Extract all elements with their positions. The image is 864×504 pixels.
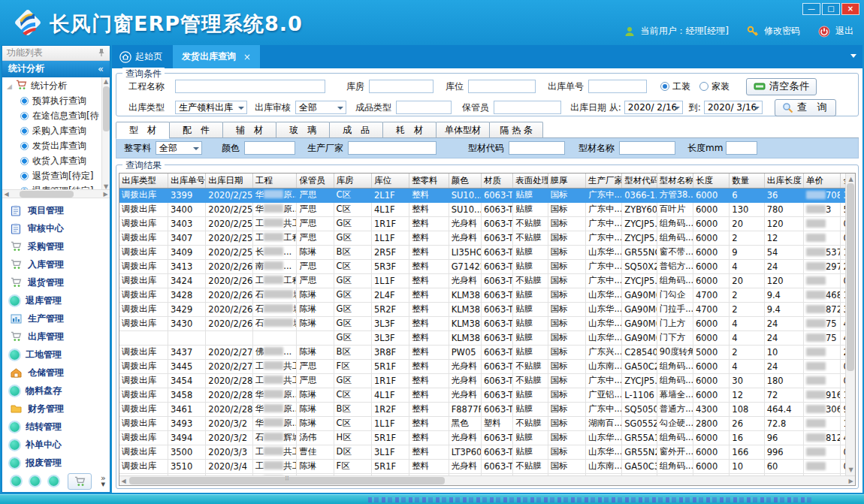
sidebar-item-结转管理[interactable]: 结转管理 xyxy=(2,418,110,436)
sidebar-item-生产管理[interactable]: 生产管理 xyxy=(2,309,110,327)
scroll-up-icon[interactable]: ▲ xyxy=(102,77,110,86)
table-row[interactable]: 调拨出库34282020/2/26石城陈琳G区2L4F整料KLM38176063… xyxy=(119,288,845,302)
sidebar-item-审核中心[interactable]: 审核中心 xyxy=(2,219,110,237)
column-header[interactable]: 表面处理 xyxy=(513,174,548,188)
column-header[interactable]: 出库类型 xyxy=(119,174,168,188)
table-row[interactable]: 调拨出库34092020/2/25长...陈琳B区2R5F整料LI35HO606… xyxy=(119,245,845,259)
profile-name-input[interactable] xyxy=(619,141,675,155)
search-button[interactable]: 查 询 xyxy=(775,99,836,116)
column-header[interactable]: 型材名称 xyxy=(657,174,693,188)
cart-shortcut-button[interactable] xyxy=(68,473,92,490)
material-tab-玻璃[interactable]: 玻 璃 xyxy=(276,122,330,138)
tree-item[interactable]: 采购入库查询 xyxy=(7,124,110,139)
pin-icon[interactable] xyxy=(98,48,105,57)
table-row[interactable]: 调拨出库35002020/3/3工共工程曹佳D区3L1F整料LT3P606063… xyxy=(119,445,845,459)
tree-root-statistics[interactable]: ◢统计分析 xyxy=(7,79,110,94)
column-header[interactable]: 长度 xyxy=(693,174,729,188)
tree-item[interactable]: 收货入库查询 xyxy=(7,154,110,169)
table-row[interactable]: G区3L3F整料KLM38176063-T5贴膜国标山东华...GA90M09.… xyxy=(119,330,845,345)
clear-conditions-button[interactable]: 清空条件 xyxy=(746,78,817,95)
sidebar-item-补单中心[interactable]: 补单中心 xyxy=(2,436,110,454)
column-header[interactable]: 生产厂家 xyxy=(585,174,621,188)
warehouse-input[interactable] xyxy=(369,80,434,93)
table-row[interactable]: 调拨出库35102020/3/4工共工程陈琳F区5R1F整料光身料6063-T5… xyxy=(119,459,845,473)
date-from-picker[interactable]: 2020/ 2/16 xyxy=(624,101,683,114)
tree-item[interactable]: 退货查询[待定] xyxy=(7,169,110,184)
table-row[interactable]: 调拨出库34542020/2/28工共工程严思G区1R1F整料光身料6063-T… xyxy=(119,373,845,388)
section-header-statistics[interactable]: 统计分析 « xyxy=(2,61,110,77)
grid-vertical-scrollbar[interactable]: ▲ ▼ xyxy=(845,174,855,475)
column-header[interactable]: 出库日期 xyxy=(206,174,252,188)
sidebar-item-报废管理[interactable]: 报废管理 xyxy=(2,454,110,472)
scroll-up-icon[interactable]: ▲ xyxy=(846,175,855,183)
column-header[interactable]: 膜厚 xyxy=(548,174,585,188)
out-type-select[interactable]: 生产领料出库 xyxy=(175,101,247,114)
table-row[interactable]: 调拨出库34372020/2/27佛...陈琳B区3R8F整料PW056063-… xyxy=(119,345,845,359)
column-header[interactable]: 数量 xyxy=(730,174,764,188)
location-input[interactable] xyxy=(468,80,536,93)
tree-item[interactable]: 发货出库查询 xyxy=(7,139,110,154)
material-tab-单体型材[interactable]: 单体型材 xyxy=(436,122,490,138)
tree-horizontal-scrollbar[interactable]: ◀ ▶ xyxy=(2,189,110,198)
table-row[interactable]: 调拨出库34132020/2/26南...严思C区5R3F整料G71422606… xyxy=(119,259,845,273)
table-row[interactable]: 调拨出库34242020/2/26工工程严思G区1L1F整料光身料6063-T5… xyxy=(119,273,845,288)
audit-select[interactable]: 全部 xyxy=(295,101,346,114)
radio-jiazhuang[interactable]: 家装 xyxy=(699,80,730,93)
tab-home[interactable]: 起始页 xyxy=(112,45,173,68)
scroll-right-icon[interactable]: ▶ xyxy=(101,191,110,198)
date-to-picker[interactable]: 2020/ 3/16 xyxy=(704,101,763,114)
sidebar-item-财务管理[interactable]: 财务管理 xyxy=(2,400,110,418)
column-header[interactable]: 材质 xyxy=(481,174,512,188)
sidebar-item-出库管理[interactable]: 出库管理 xyxy=(2,327,110,346)
product-type-input[interactable] xyxy=(396,101,452,114)
table-row[interactable]: 调拨出库33992020/2/25华原...严思C区2L1F整料SU10...6… xyxy=(119,188,845,202)
tree-vertical-scrollbar[interactable]: ▲ ▼ xyxy=(101,77,110,191)
circle-icon[interactable] xyxy=(30,476,40,486)
circle-icon[interactable] xyxy=(11,476,21,486)
keeper-input[interactable] xyxy=(494,101,561,114)
scroll-left-icon[interactable]: ◀ xyxy=(119,478,128,484)
manufacturer-input[interactable] xyxy=(348,141,437,155)
column-header[interactable]: 颜色 xyxy=(449,174,481,188)
material-tab-隔热条[interactable]: 隔 热 条 xyxy=(489,122,543,138)
length-input[interactable] xyxy=(726,141,757,155)
minimize-button[interactable]: — xyxy=(802,3,820,15)
sidebar-item-退货管理[interactable]: 退货管理 xyxy=(2,273,110,291)
collapse-icon[interactable]: « xyxy=(98,63,104,74)
table-row[interactable]: 调拨出库34002020/2/25华原...严思C区4L1F整料SU10...6… xyxy=(119,202,845,216)
tree-item[interactable]: 在途信息查询[待 xyxy=(7,109,110,124)
column-header[interactable]: 单价 xyxy=(804,174,841,188)
whole-part-select[interactable]: 全部 xyxy=(156,141,202,155)
order-no-input[interactable] xyxy=(588,80,647,93)
column-header[interactable]: 型材代码 xyxy=(622,174,657,188)
tree-item[interactable]: 预算执行查询 xyxy=(7,94,110,109)
table-row[interactable]: 调拨出库34932020/3/2华原...陈琳C区1L1F整料黑色塑料不贴膜国标… xyxy=(119,416,845,430)
maximize-button[interactable]: □ xyxy=(822,3,840,15)
profile-code-input[interactable] xyxy=(509,141,565,155)
column-header[interactable]: 出库单号 xyxy=(168,174,205,188)
expander-icon[interactable]: ◢ xyxy=(7,83,12,90)
material-tab-型材[interactable]: 型 材 xyxy=(116,122,170,138)
column-header[interactable]: 整零料 xyxy=(409,174,449,188)
column-header[interactable]: 工程 xyxy=(252,174,296,188)
material-tab-配件[interactable]: 配 件 xyxy=(169,122,223,138)
sidebar-item-项目管理[interactable]: 项目管理 xyxy=(2,201,110,219)
table-row[interactable]: 调拨出库34302020/2/26石城陈琳G区3L3F整料KLM38176063… xyxy=(119,316,845,330)
table-row[interactable]: 调拨出库34612020/2/28华原...陈琳B区1R2F整料F8877FT6… xyxy=(119,402,845,416)
material-tab-耗材[interactable]: 耗 材 xyxy=(382,122,437,138)
tab-close-icon[interactable]: × xyxy=(243,52,251,62)
table-row[interactable]: 调拨出库34072020/2/25工工程严思G区1L1F整料光身料6063-T5… xyxy=(119,231,845,245)
radio-gongzhuang[interactable]: 工装 xyxy=(660,80,690,93)
scroll-right-icon[interactable]: ▶ xyxy=(847,478,855,484)
sidebar-item-物料盘存[interactable]: 物料盘存 xyxy=(2,382,110,400)
circle-icon[interactable] xyxy=(49,476,59,486)
sidebar-item-退库管理[interactable]: 退库管理 xyxy=(2,291,110,309)
logout-link[interactable]: 退出 xyxy=(835,25,853,38)
sidebar-item-仓储管理[interactable]: 仓储管理 xyxy=(2,364,110,382)
sidebar-item-入库管理[interactable]: 入库管理 xyxy=(2,255,110,273)
more-menu-button[interactable]: »▾ xyxy=(101,475,106,487)
column-header[interactable]: 出库长度 xyxy=(764,174,803,188)
column-header[interactable]: 库位 xyxy=(371,174,409,188)
close-button[interactable]: × xyxy=(841,3,859,15)
project-name-input[interactable] xyxy=(175,80,325,93)
